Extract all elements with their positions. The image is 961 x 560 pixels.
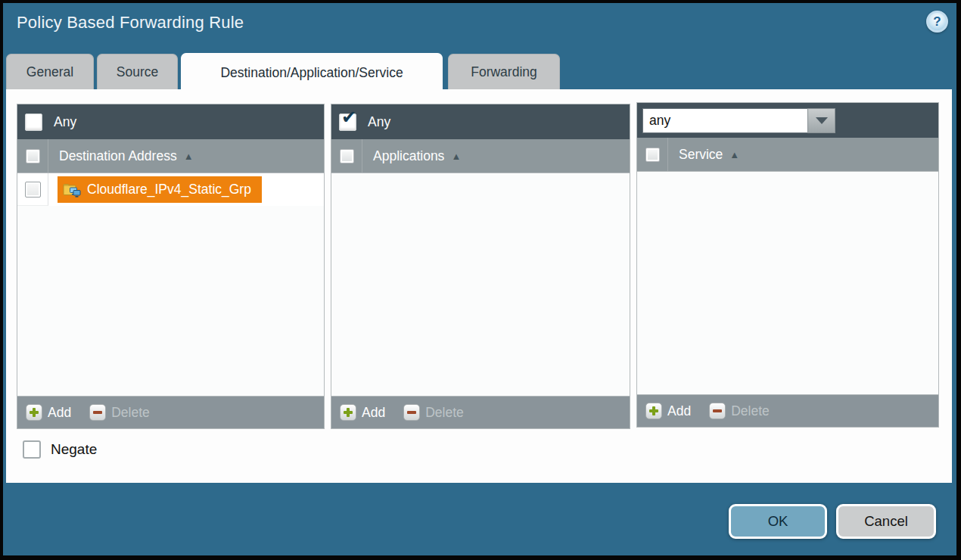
destination-header-checkbox-cell <box>17 139 48 173</box>
destination-row-selection[interactable]: Cloudflare_IPv4_Static_Grp <box>58 176 262 203</box>
negate-checkbox[interactable] <box>23 440 41 459</box>
destination-any-row: Any <box>17 104 324 139</box>
applications-any-row: ✔ Any <box>331 104 630 139</box>
applications-select-all-checkbox[interactable] <box>340 149 354 163</box>
applications-list <box>331 173 630 396</box>
destination-row-checkbox-cell <box>17 173 48 206</box>
cancel-button[interactable]: Cancel <box>836 504 936 539</box>
destination-row-cloudflare[interactable]: Cloudflare_IPv4_Static_Grp <box>17 173 324 206</box>
applications-any-label: Any <box>368 114 390 130</box>
destination-add-label: Add <box>48 405 71 421</box>
destination-delete-button[interactable]: Delete <box>89 404 150 421</box>
tab-forwarding[interactable]: Forwarding <box>448 54 560 89</box>
service-add-button[interactable]: Add <box>645 403 691 419</box>
applications-header-checkbox-cell <box>331 139 362 173</box>
destination-add-button[interactable]: Add <box>26 404 71 421</box>
negate-label: Negate <box>51 441 97 458</box>
check-icon: ✔ <box>341 108 356 126</box>
applications-column: ✔ Any Applications ▲ Add Delete <box>331 104 630 429</box>
destination-row-label: Cloudflare_IPv4_Static_Grp <box>87 182 251 198</box>
service-dropdown[interactable]: any <box>642 108 835 133</box>
destination-delete-label: Delete <box>111 405 150 421</box>
applications-toolbar: Add Delete <box>331 396 630 428</box>
tab-source[interactable]: Source <box>97 54 178 89</box>
sort-asc-icon[interactable]: ▲ <box>184 151 194 162</box>
minus-icon <box>709 403 726 419</box>
tab-content-panel: Any Destination Address ▲ <box>6 89 952 483</box>
applications-add-button[interactable]: Add <box>340 404 385 421</box>
negate-row: Negate <box>23 440 97 459</box>
service-header-checkbox-cell <box>637 138 668 171</box>
applications-delete-label: Delete <box>425 405 464 421</box>
service-header-label[interactable]: Service <box>679 147 723 163</box>
destination-toolbar: Add Delete <box>17 396 324 428</box>
sort-asc-icon[interactable]: ▲ <box>729 149 739 160</box>
destination-address-column: Any Destination Address ▲ <box>17 104 325 429</box>
service-column-header: Service ▲ <box>637 138 938 172</box>
applications-header-label[interactable]: Applications <box>373 148 444 164</box>
destination-any-checkbox[interactable] <box>25 114 42 131</box>
help-glyph: ? <box>933 14 941 30</box>
service-delete-button[interactable]: Delete <box>709 403 770 419</box>
service-dropdown-button[interactable] <box>807 108 835 133</box>
plus-icon <box>340 404 356 421</box>
service-add-label: Add <box>667 403 691 419</box>
plus-icon <box>645 403 662 419</box>
service-toolbar: Add Delete <box>637 394 938 427</box>
destination-list: Cloudflare_IPv4_Static_Grp <box>17 173 324 396</box>
dialog-title: Policy Based Forwarding Rule <box>17 13 244 33</box>
tab-general[interactable]: General <box>6 54 94 89</box>
ok-button[interactable]: OK <box>729 504 827 539</box>
tab-destination-application-service[interactable]: Destination/Application/Service <box>181 53 443 92</box>
ok-button-label: OK <box>768 513 788 530</box>
address-group-icon <box>63 182 81 198</box>
minus-icon <box>89 404 106 421</box>
policy-based-forwarding-rule-dialog: Policy Based Forwarding Rule ? General S… <box>0 0 961 560</box>
tab-destination-label: Destination/Application/Service <box>220 65 403 81</box>
destination-any-label: Any <box>54 114 76 130</box>
destination-select-all-checkbox[interactable] <box>26 149 40 163</box>
service-list <box>637 172 938 394</box>
destination-header-label[interactable]: Destination Address <box>59 148 177 164</box>
service-column: any Service ▲ Add Delete <box>636 102 939 428</box>
service-dropdown-value[interactable]: any <box>642 108 807 133</box>
chevron-down-icon <box>816 117 828 124</box>
destination-row-checkbox[interactable] <box>25 182 41 198</box>
plus-icon <box>26 404 42 421</box>
service-select-all-checkbox[interactable] <box>645 148 660 162</box>
applications-any-checkbox[interactable]: ✔ <box>339 114 356 131</box>
applications-delete-button[interactable]: Delete <box>403 404 464 421</box>
minus-icon <box>403 404 420 421</box>
destination-column-header: Destination Address ▲ <box>17 139 324 173</box>
tab-source-label: Source <box>117 64 158 80</box>
help-icon[interactable]: ? <box>926 11 948 33</box>
sort-asc-icon[interactable]: ▲ <box>451 151 461 162</box>
cancel-button-label: Cancel <box>864 513 908 530</box>
tab-general-label: General <box>26 64 73 80</box>
applications-column-header: Applications ▲ <box>331 139 630 173</box>
tab-forwarding-label: Forwarding <box>471 64 537 80</box>
service-dropdown-row: any <box>637 103 938 138</box>
applications-add-label: Add <box>362 405 385 421</box>
service-delete-label: Delete <box>731 403 770 419</box>
